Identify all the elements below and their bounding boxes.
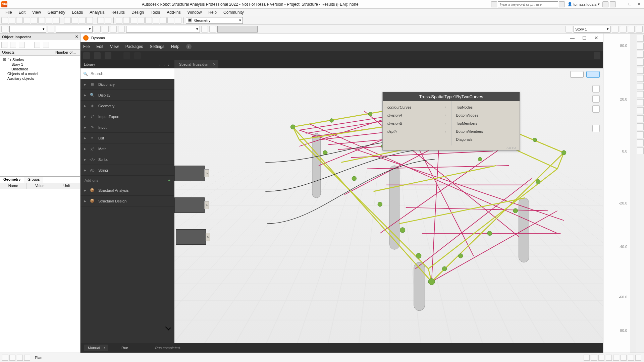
library-category-input[interactable]: ▶✎Input [80, 122, 174, 133]
pan-icon[interactable] [592, 125, 600, 132]
upstream-node-3[interactable]: > [176, 229, 206, 245]
dynamo-menu-help[interactable]: Help [171, 44, 179, 49]
rt-icon-4[interactable] [637, 59, 644, 66]
ortho-icon[interactable] [598, 355, 604, 361]
menu-addins[interactable]: Add-Ins [163, 10, 184, 15]
dynamo-minimize-button[interactable]: — [568, 35, 576, 41]
case-select-combo[interactable]: ▾ [126, 26, 200, 33]
rt-icon-11[interactable] [637, 115, 644, 122]
workspace-tab-close-icon[interactable]: ✕ [213, 62, 216, 67]
dynamo-menu-settings[interactable]: Settings [150, 44, 164, 49]
menu-community[interactable]: Community [220, 10, 247, 15]
rt-icon-6[interactable] [637, 75, 644, 82]
display2-icon[interactable] [628, 355, 634, 361]
tree-item-stories[interactable]: ⊟ 🗀 Stories [1, 57, 79, 62]
output-diagonals[interactable]: Diagonals [451, 135, 520, 143]
output-topmembers[interactable]: TopMembers [451, 119, 520, 127]
inspector-delete-icon[interactable] [19, 42, 25, 48]
inspector-close-icon[interactable]: ✕ [75, 35, 78, 39]
dynamo-menu-file[interactable]: File [83, 44, 90, 49]
input-divisionb[interactable]: divisionB› [383, 119, 451, 127]
input-depth[interactable]: depth› [383, 127, 451, 135]
tree-item-auxiliary[interactable]: Auxiliary objects [1, 76, 79, 81]
story-nav-icon[interactable] [566, 26, 572, 33]
node-lacing-label[interactable]: AUTO [383, 145, 520, 150]
resize-grip-icon[interactable]: ⋰ [596, 346, 600, 350]
view-all-icon[interactable] [628, 26, 635, 33]
case-next-icon[interactable] [209, 26, 216, 33]
library-category-dictionary[interactable]: ▶▦Dictionary [80, 79, 174, 90]
maximize-button[interactable]: ☐ [626, 1, 634, 7]
library-category-list[interactable]: ▶≡List [80, 133, 174, 143]
input-divisiona[interactable]: divisionA› [383, 111, 451, 119]
display3-icon[interactable] [635, 355, 641, 361]
zoom-all-icon[interactable] [130, 17, 137, 24]
tree-item-undefined[interactable]: Undefined [1, 67, 79, 71]
inspector-filter-icon[interactable] [1, 42, 7, 48]
menu-design[interactable]: Design [128, 10, 147, 15]
library-addon-structural-analysis[interactable]: ▶📦Structural Analysis [80, 185, 174, 196]
help-icon[interactable] [610, 1, 616, 7]
rt-icon-8[interactable] [637, 91, 644, 98]
rt-icon-12[interactable] [637, 123, 644, 130]
undo-icon[interactable] [79, 17, 86, 24]
object-tree[interactable]: ⊟ 🗀 Stories Story 1 Undefined Objects of… [0, 56, 80, 176]
pan-icon[interactable] [138, 17, 145, 24]
library-search-input[interactable] [91, 71, 172, 76]
layout-select[interactable]: 🔳 Geometry ▾ [186, 17, 243, 24]
library-category-importexport[interactable]: ▶⇄ImportExport [80, 111, 174, 122]
dynamo-info-icon[interactable]: i [186, 44, 192, 49]
input-contourcurves[interactable]: contourCurves› [383, 103, 451, 111]
calc-icon[interactable] [175, 17, 181, 24]
osnap-icon[interactable] [584, 355, 590, 361]
zoom-in-icon[interactable] [592, 95, 600, 103]
menu-file[interactable]: File [2, 10, 15, 15]
menu-tools[interactable]: Tools [147, 10, 163, 15]
menu-analysis[interactable]: Analysis [86, 10, 108, 15]
graph-view-toggle[interactable] [570, 71, 584, 78]
rt-icon-3[interactable] [637, 51, 644, 58]
output-port[interactable]: > [206, 233, 210, 241]
output-port[interactable]: > [204, 169, 209, 177]
keyword-search-input[interactable] [498, 1, 558, 7]
view-filter-icon[interactable] [636, 26, 643, 33]
rt-icon-15[interactable] [637, 147, 644, 154]
zoom-icon[interactable] [123, 17, 130, 24]
tab-groups[interactable]: Groups [24, 177, 43, 183]
paste-icon[interactable] [71, 17, 78, 24]
rt-icon-2[interactable] [637, 43, 644, 50]
coords-icon[interactable] [613, 355, 619, 361]
upstream-node-2[interactable]: > [174, 197, 205, 213]
library-collapse-icon[interactable]: ⋮⋮⋮ [158, 62, 171, 67]
library-category-script[interactable]: ▶</>Script [80, 154, 174, 165]
workspace-tab[interactable]: Special Truss.dyn ✕ [174, 60, 218, 68]
menu-results[interactable]: Results [108, 10, 128, 15]
dynamo-maximize-button[interactable]: ☐ [580, 35, 588, 41]
dynamo-save-icon[interactable] [105, 52, 111, 59]
zoom-out-icon[interactable] [592, 105, 600, 113]
menu-help[interactable]: Help [205, 10, 220, 15]
dynamo-menu-edit[interactable]: Edit [96, 44, 103, 49]
view-tab-icon[interactable] [17, 355, 23, 361]
library-category-string[interactable]: ▶AbString [80, 165, 174, 176]
library-addon-structural-design[interactable]: ▶📦Structural Design [80, 196, 174, 206]
print-icon[interactable] [23, 17, 30, 24]
case-prev-icon[interactable] [201, 26, 208, 33]
right-scrollbar[interactable] [630, 34, 636, 353]
rt-icon-7[interactable] [637, 83, 644, 90]
upstream-node-1[interactable]: > [174, 166, 205, 181]
output-topnodes[interactable]: TopNodes [451, 103, 520, 111]
tree-item-objects-model[interactable]: Objects of a model [1, 71, 79, 76]
rt-icon-14[interactable] [637, 139, 644, 146]
dynamo-graph-canvas[interactable]: > > > Truss.SpatialType1ByTwoCurves cont… [174, 68, 603, 343]
grid-snap-icon[interactable] [591, 355, 597, 361]
filter-icon[interactable] [94, 26, 101, 33]
zoom-fit-icon[interactable] [592, 85, 600, 93]
snap-icon[interactable] [167, 17, 174, 24]
display-icon[interactable] [621, 355, 627, 361]
zoom-window-icon[interactable] [116, 17, 122, 24]
view-tab-icon[interactable] [24, 355, 30, 361]
background-3d-canvas[interactable]: > > > Truss.SpatialType1ByTwoCurves cont… [174, 68, 603, 343]
dynamo-close-button[interactable]: ✕ [592, 35, 600, 41]
output-bottomnodes[interactable]: BottomNodes [451, 111, 520, 119]
